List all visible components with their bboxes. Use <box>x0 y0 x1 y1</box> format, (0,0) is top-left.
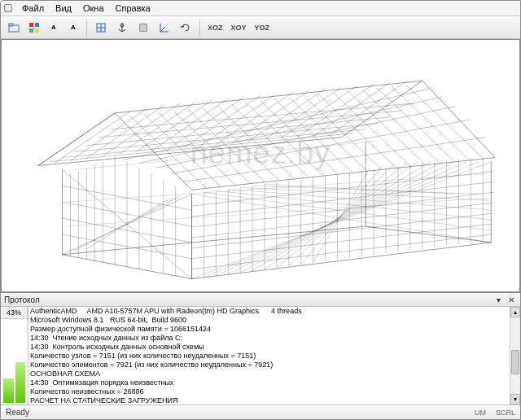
protocol-close-icon[interactable]: ✕ <box>506 294 517 305</box>
menubar: Файл Вид Окна Справка <box>1 1 520 16</box>
scroll-up-icon[interactable]: ▴ <box>510 307 520 317</box>
tool-block-icon[interactable] <box>134 18 153 37</box>
menu-windows[interactable]: Окна <box>78 3 109 13</box>
wireframe-model <box>2 40 519 291</box>
protocol-header: Протокол ▾ ✕ <box>1 293 520 307</box>
log-line[interactable]: ОСНОВНАЯ СХЕМА <box>30 370 519 378</box>
progress-bar-2 <box>15 362 26 403</box>
tool-select-window-icon[interactable] <box>91 18 111 37</box>
log-line[interactable]: Размер доступной физической памяти = 106… <box>30 325 519 334</box>
progress-bar-1 <box>3 378 14 403</box>
scrollbar-vertical[interactable]: ▴ ▾ <box>510 307 520 405</box>
menu-file[interactable]: Файл <box>17 3 49 13</box>
menu-view[interactable]: Вид <box>50 3 77 13</box>
protocol-panel: Протокол ▾ ✕ 43% AuthenticAMD AMD A10-57… <box>1 292 520 405</box>
scroll-thumb[interactable] <box>511 350 519 374</box>
scroll-down-icon[interactable]: ▾ <box>510 394 520 405</box>
log-line[interactable]: Количество элементов = 7921 (из них коли… <box>30 361 519 370</box>
log-area[interactable]: AuthenticAMD AMD A10-5757M APU with Rade… <box>28 307 520 405</box>
protocol-dropdown-icon[interactable]: ▾ <box>493 294 504 305</box>
tool-rotate-icon[interactable] <box>176 18 195 37</box>
viewport-3d[interactable]: nemez.by <box>1 39 520 292</box>
svg-rect-2 <box>29 23 33 27</box>
scroll-track[interactable] <box>510 317 520 394</box>
svg-rect-4 <box>29 28 33 33</box>
progress-bars <box>1 319 28 405</box>
svg-rect-3 <box>35 23 39 27</box>
protocol-title: Протокол <box>4 295 491 304</box>
toolbar-letter-a2[interactable]: A <box>64 18 82 37</box>
view-xoy-button[interactable]: XOY <box>228 18 250 37</box>
log-line[interactable]: 14:30 Чтение исходных данных из файла C: <box>30 334 519 343</box>
progress-percent: 43% <box>1 307 28 319</box>
tool-axes-icon[interactable] <box>155 18 174 37</box>
log-line[interactable]: 14:30 Оптимизация порядка неизвестных <box>30 378 519 387</box>
log-line[interactable]: Количество неизвестных = 26886 <box>30 387 519 396</box>
toolbar-separator-2 <box>199 20 200 36</box>
statusbar: Ready UM SCRL <box>1 405 520 419</box>
log-line[interactable]: Microsoft Windows 8.1 RUS 64-bit, Build … <box>30 316 519 325</box>
tool-palette-icon[interactable] <box>25 18 43 37</box>
toolbar-separator <box>86 20 87 36</box>
progress-column: 43% <box>1 307 28 405</box>
status-ready: Ready <box>6 408 29 417</box>
toolbar-letter-a[interactable]: A <box>45 18 63 37</box>
view-xoz-button[interactable]: XOZ <box>204 18 226 37</box>
menu-help[interactable]: Справка <box>111 3 155 13</box>
toolbar: A A XOZ XOY YOZ <box>1 16 520 39</box>
log-line[interactable]: Количество узлов = 7151 (из них количест… <box>30 352 519 361</box>
tool-anchor-icon[interactable] <box>112 18 132 37</box>
view-yoz-button[interactable]: YOZ <box>252 18 274 37</box>
status-slot-um: UM <box>475 409 486 417</box>
svg-rect-5 <box>35 28 39 33</box>
log-line[interactable]: AuthenticAMD AMD A10-5757M APU with Rade… <box>30 307 519 316</box>
log-line[interactable]: 14:30 Контроль исходных данных основной … <box>30 343 519 352</box>
log-line[interactable]: РАСЧЕТ НА СТАТИЧЕСКИЕ ЗАГРУЖЕНИЯ <box>30 396 519 405</box>
app-icon <box>4 4 12 12</box>
svg-rect-8 <box>140 24 147 31</box>
status-slot-scrl: SCRL <box>496 409 515 417</box>
tool-open-icon[interactable] <box>4 18 24 37</box>
